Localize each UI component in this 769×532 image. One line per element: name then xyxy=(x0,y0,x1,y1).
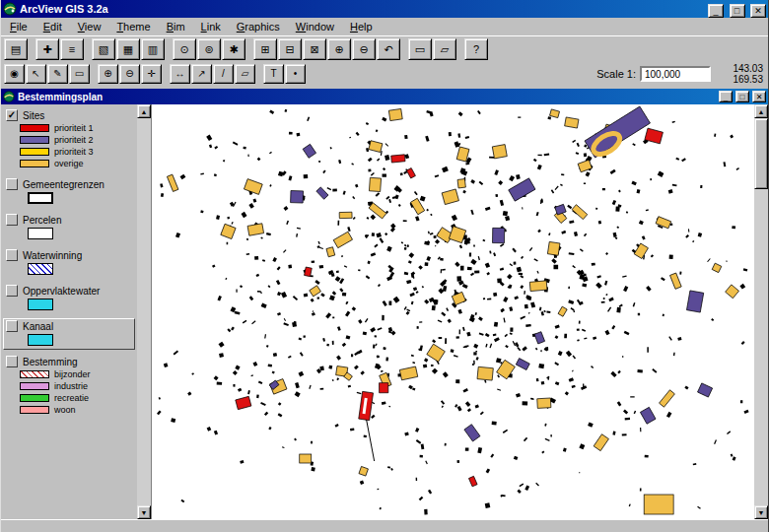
menu-theme[interactable]: Theme xyxy=(108,19,158,34)
legend-item: industrie xyxy=(20,381,132,391)
legend-item xyxy=(20,334,132,346)
map-scroll-thumb[interactable] xyxy=(754,118,768,189)
create-chart-button[interactable]: ▥ xyxy=(141,38,165,60)
document-icon xyxy=(3,91,15,102)
legend-panel: ✓Sitesprioriteit 1prioriteit 2prioriteit… xyxy=(1,104,137,519)
select-feature-tool[interactable]: ▭ xyxy=(69,64,90,84)
legend-scroll-down-icon[interactable]: ▼ xyxy=(137,505,151,519)
zoom-out-button[interactable]: ⊖ xyxy=(352,38,376,60)
edit-legend-button[interactable]: ▧ xyxy=(92,38,115,60)
add-theme-button[interactable]: ✚ xyxy=(35,38,59,60)
menu-file[interactable]: File xyxy=(2,19,35,34)
legend-theme-bestemming[interactable]: Bestemmingbijzonderindustrierecreatiewoo… xyxy=(3,354,135,419)
document-maximize-button[interactable]: □ xyxy=(735,91,749,102)
legend-item: bijzonder xyxy=(20,369,132,379)
legend-item-label: recreatie xyxy=(54,393,89,403)
zoom-previous-button[interactable]: ↶ xyxy=(377,38,400,60)
zoom-selected-button[interactable]: ⊠ xyxy=(303,38,326,60)
theme-checkbox[interactable] xyxy=(6,249,18,261)
legend-item: woon xyxy=(20,405,132,415)
status-bar xyxy=(1,519,768,532)
draw-point-tool[interactable]: • xyxy=(285,64,306,84)
save-project-button[interactable]: ▤ xyxy=(4,38,28,60)
pointer-tool[interactable]: ↖ xyxy=(26,64,46,84)
arcview-window: ArcView GIS 3.2a _ □ ✕ FileEditViewTheme… xyxy=(0,0,769,532)
theme-checkbox[interactable] xyxy=(6,285,18,297)
legend-item-label: bijzonder xyxy=(54,369,91,379)
legend-theme-oppervlaktewater[interactable]: Oppervlaktewater xyxy=(3,283,135,314)
legend-item-label: woon xyxy=(54,405,76,415)
minimize-button[interactable]: _ xyxy=(708,4,724,18)
theme-checkbox[interactable] xyxy=(6,178,18,190)
legend-swatch xyxy=(28,299,53,310)
window-title: ArcView GIS 3.2a xyxy=(20,3,704,15)
zoom-out-tool[interactable]: ⊖ xyxy=(119,64,140,84)
close-button[interactable]: ✕ xyxy=(750,4,766,18)
document-title-bar: Bestemmingsplan _ □ ✕ xyxy=(1,89,768,104)
legend-theme-gemeentegrenzen[interactable]: Gemeentegrenzen xyxy=(3,176,135,208)
theme-name: Sites xyxy=(23,110,44,121)
theme-properties-button[interactable]: ≡ xyxy=(60,38,84,60)
clear-selection-button[interactable]: ▱ xyxy=(433,38,456,60)
draw-polygon-tool[interactable]: ▱ xyxy=(235,64,255,84)
document-minimize-button[interactable]: _ xyxy=(719,91,733,102)
menu-window[interactable]: Window xyxy=(288,19,342,34)
select-features-button[interactable]: ▭ xyxy=(408,38,432,60)
find-button[interactable]: ⊙ xyxy=(173,38,196,60)
map-scroll-down-icon[interactable]: ▼ xyxy=(754,505,768,519)
zoom-full-extent-button[interactable]: ⊞ xyxy=(253,38,277,60)
map-view[interactable] xyxy=(151,104,754,519)
map-scrollbar[interactable]: ▲ ▼ xyxy=(754,104,768,519)
theme-name: Oppervlaktewater xyxy=(23,286,100,297)
legend-item-label: prioriteit 3 xyxy=(54,147,94,157)
map-canvas[interactable] xyxy=(152,104,754,519)
zoom-in-tool[interactable]: ⊕ xyxy=(98,64,118,84)
zoom-in-button[interactable]: ⊕ xyxy=(327,38,351,60)
text-tool[interactable]: T xyxy=(263,64,284,84)
draw-line-tool[interactable]: / xyxy=(213,64,234,84)
legend-theme-sites[interactable]: ✓Sitesprioriteit 1prioriteit 2prioriteit… xyxy=(3,107,135,172)
main-toolbar: ▤✚≡▧▦▥⊙⊚✱⊞⊟⊠⊕⊖↶▭▱? xyxy=(1,35,768,62)
document-close-button[interactable]: ✕ xyxy=(752,91,766,102)
map-scroll-up-icon[interactable]: ▲ xyxy=(754,104,768,118)
menu-help[interactable]: Help xyxy=(342,19,381,34)
legend-swatch xyxy=(20,148,49,156)
legend-scrollbar[interactable]: ▲ ▼ xyxy=(137,104,151,519)
open-theme-table-button[interactable]: ▦ xyxy=(116,38,140,60)
legend-scroll-up-icon[interactable]: ▲ xyxy=(137,104,151,118)
menu-view[interactable]: View xyxy=(70,19,109,34)
legend-theme-percelen[interactable]: Percelen xyxy=(3,212,135,243)
legend-swatch xyxy=(20,370,49,378)
legend-theme-kanaal[interactable]: Kanaal xyxy=(3,318,135,350)
pan-tool[interactable]: ✛ xyxy=(141,64,162,84)
menu-edit[interactable]: Edit xyxy=(35,19,70,34)
scale-input[interactable] xyxy=(640,66,711,82)
theme-checkbox[interactable] xyxy=(6,214,18,226)
title-bar: ArcView GIS 3.2a _ □ ✕ xyxy=(1,0,768,18)
view-content: ✓Sitesprioriteit 1prioriteit 2prioriteit… xyxy=(1,104,768,519)
theme-checkbox[interactable] xyxy=(6,356,18,367)
legend-theme-waterwinning[interactable]: Waterwinning xyxy=(3,247,135,279)
theme-checkbox[interactable] xyxy=(6,320,18,332)
help-button[interactable]: ? xyxy=(464,38,488,60)
map-scroll-track[interactable] xyxy=(754,118,768,505)
coordinate-display: 143.03 169.53 xyxy=(720,63,763,85)
vertex-edit-tool[interactable]: ✎ xyxy=(47,64,68,84)
measure-tool[interactable]: ↔ xyxy=(170,64,190,84)
menu-link[interactable]: Link xyxy=(193,19,229,34)
hotlink-tool[interactable]: ↗ xyxy=(191,64,212,84)
theme-name: Kanaal xyxy=(23,321,53,332)
zoom-active-theme-button[interactable]: ⊟ xyxy=(278,38,302,60)
legend-scroll-track[interactable] xyxy=(137,118,151,505)
menu-bim[interactable]: Bim xyxy=(159,19,193,34)
legend-swatch xyxy=(20,382,49,390)
legend-item-label: industrie xyxy=(54,381,88,391)
legend-item xyxy=(20,192,132,204)
menu-graphics[interactable]: Graphics xyxy=(229,19,288,34)
legend-swatch xyxy=(28,263,53,275)
query-builder-button[interactable]: ✱ xyxy=(222,38,245,60)
theme-checkbox[interactable]: ✓ xyxy=(6,109,18,121)
maximize-button[interactable]: □ xyxy=(730,4,745,18)
locate-address-button[interactable]: ⊚ xyxy=(197,38,221,60)
identify-tool[interactable]: ◉ xyxy=(4,64,25,84)
